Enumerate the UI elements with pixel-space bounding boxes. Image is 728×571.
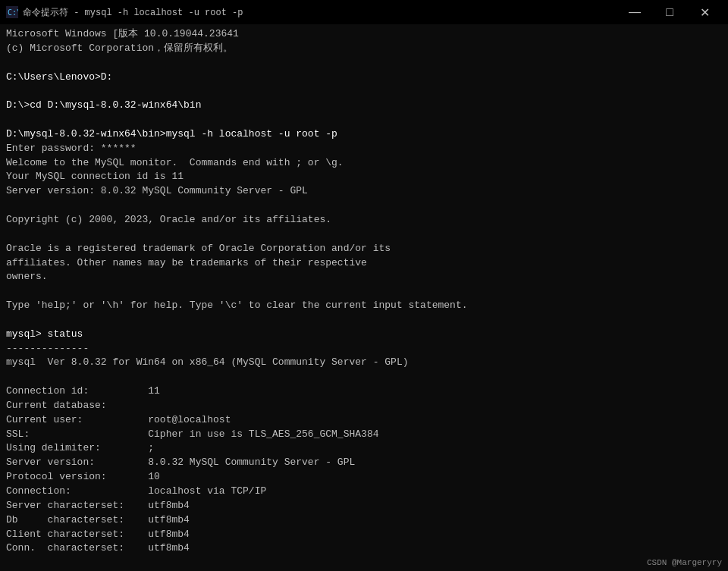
close-button[interactable]: ✕ bbox=[687, 0, 722, 24]
svg-text:C:\: C:\ bbox=[8, 8, 18, 17]
terminal-line: Db characterset: utf8mb4 bbox=[6, 513, 722, 528]
terminal-line: -------------- bbox=[6, 342, 722, 356]
terminal-line bbox=[6, 370, 722, 384]
terminal-body[interactable]: Microsoft Windows [版本 10.0.19044.23641(c… bbox=[0, 24, 728, 571]
terminal-line: affiliates. Other names may be trademark… bbox=[6, 256, 722, 271]
terminal-line bbox=[6, 84, 722, 99]
terminal-line: (c) Microsoft Corporation，保留所有权利。 bbox=[6, 42, 722, 56]
terminal-line: Microsoft Windows [版本 10.0.19044.23641 bbox=[6, 27, 722, 42]
title-bar-left: C:\ 命令提示符 - mysql -h localhost -u root -… bbox=[6, 6, 243, 19]
terminal-line: Copyright (c) 2000, 2023, Oracle and/or … bbox=[6, 213, 722, 227]
terminal-line: Enter password: ****** bbox=[6, 142, 722, 156]
csdn-watermark: CSDN @Margeryry bbox=[647, 558, 722, 567]
terminal-line: Connection id: 11 bbox=[6, 384, 722, 399]
terminal-line: Server version: 8.0.32 MySQL Community S… bbox=[6, 184, 722, 199]
terminal-line: Protocol version: 10 bbox=[6, 470, 722, 485]
terminal-line bbox=[6, 227, 722, 242]
terminal-line bbox=[6, 113, 722, 127]
terminal-line: D:\mysql-8.0.32-winx64\bin>mysql -h loca… bbox=[6, 127, 722, 142]
terminal-line: Current user: root@localhost bbox=[6, 413, 722, 428]
terminal-line: Using delimiter: ; bbox=[6, 441, 722, 456]
terminal-line: SSL: Cipher in use is TLS_AES_256_GCM_SH… bbox=[6, 428, 722, 442]
terminal-line: D:\>cd D:\mysql-8.0.32-winx64\bin bbox=[6, 99, 722, 113]
terminal-line: Welcome to the MySQL monitor. Commands e… bbox=[6, 156, 722, 171]
terminal-line: Current database: bbox=[6, 399, 722, 413]
terminal-line: mysql> status bbox=[6, 328, 722, 342]
terminal-line bbox=[6, 199, 722, 213]
terminal-icon: C:\ bbox=[6, 6, 18, 18]
terminal-line: Connection: localhost via TCP/IP bbox=[6, 485, 722, 499]
maximize-button[interactable]: □ bbox=[652, 0, 687, 24]
minimize-button[interactable]: — bbox=[617, 0, 652, 24]
terminal-line: Oracle is a registered trademark of Orac… bbox=[6, 242, 722, 256]
terminal-line: Your MySQL connection id is 11 bbox=[6, 170, 722, 184]
terminal-line bbox=[6, 56, 722, 71]
terminal-line: C:\Users\Lenovo>D: bbox=[6, 71, 722, 85]
terminal-line: owners. bbox=[6, 270, 722, 284]
terminal-line bbox=[6, 284, 722, 299]
terminal-line: Server characterset: utf8mb4 bbox=[6, 499, 722, 513]
terminal-line: mysql Ver 8.0.32 for Win64 on x86_64 (My… bbox=[6, 356, 722, 370]
window-controls: — □ ✕ bbox=[617, 0, 722, 24]
bottom-bar: CSDN @Margeryry bbox=[0, 554, 728, 571]
window-title: 命令提示符 - mysql -h localhost -u root -p bbox=[23, 6, 243, 19]
terminal-line bbox=[6, 313, 722, 328]
terminal-line: Client characterset: utf8mb4 bbox=[6, 528, 722, 542]
terminal-line: Type 'help;' or '\h' for help. Type '\c'… bbox=[6, 299, 722, 313]
terminal-line: Server version: 8.0.32 MySQL Community S… bbox=[6, 456, 722, 470]
title-bar: C:\ 命令提示符 - mysql -h localhost -u root -… bbox=[0, 0, 728, 24]
